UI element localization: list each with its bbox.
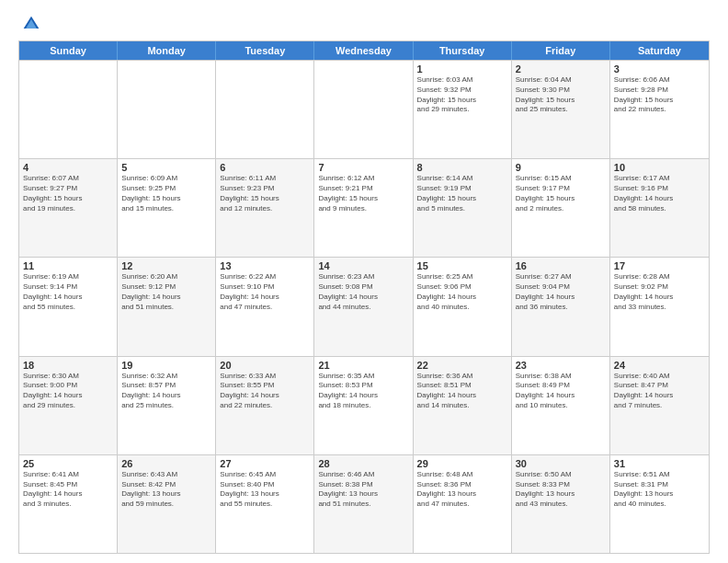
- day-info: Sunrise: 6:41 AM Sunset: 8:45 PM Dayligh…: [23, 470, 113, 510]
- day-info: Sunrise: 6:46 AM Sunset: 8:38 PM Dayligh…: [318, 470, 408, 510]
- page: SundayMondayTuesdayWednesdayThursdayFrid…: [0, 0, 728, 563]
- day-number: 25: [23, 458, 113, 469]
- header-day-friday: Friday: [512, 41, 610, 60]
- header-day-wednesday: Wednesday: [314, 41, 413, 60]
- header-day-sunday: Sunday: [19, 41, 118, 60]
- day-number: 26: [121, 458, 211, 469]
- calendar-cell-2-1: 12Sunrise: 6:20 AM Sunset: 9:12 PM Dayli…: [118, 258, 216, 355]
- calendar-cell-3-2: 20Sunrise: 6:33 AM Sunset: 8:55 PM Dayli…: [216, 357, 314, 454]
- calendar-cell-0-1: [118, 61, 216, 158]
- calendar-cell-4-5: 30Sunrise: 6:50 AM Sunset: 8:33 PM Dayli…: [512, 455, 610, 553]
- calendar-cell-3-3: 21Sunrise: 6:35 AM Sunset: 8:53 PM Dayli…: [314, 357, 413, 454]
- day-info: Sunrise: 6:06 AM Sunset: 9:28 PM Dayligh…: [614, 75, 705, 115]
- day-number: 12: [121, 260, 211, 271]
- day-number: 30: [516, 458, 606, 469]
- calendar-cell-4-3: 28Sunrise: 6:46 AM Sunset: 8:38 PM Dayli…: [314, 455, 413, 553]
- calendar-cell-4-6: 31Sunrise: 6:51 AM Sunset: 8:31 PM Dayli…: [610, 455, 709, 553]
- calendar-row-3: 18Sunrise: 6:30 AM Sunset: 9:00 PM Dayli…: [19, 356, 709, 454]
- day-number: 18: [23, 360, 113, 371]
- calendar-cell-2-6: 17Sunrise: 6:28 AM Sunset: 9:02 PM Dayli…: [610, 258, 709, 355]
- day-info: Sunrise: 6:45 AM Sunset: 8:40 PM Dayligh…: [220, 470, 310, 510]
- day-info: Sunrise: 6:43 AM Sunset: 8:42 PM Dayligh…: [121, 470, 211, 510]
- day-info: Sunrise: 6:38 AM Sunset: 8:49 PM Dayligh…: [516, 372, 606, 411]
- calendar-cell-1-4: 8Sunrise: 6:14 AM Sunset: 9:19 PM Daylig…: [414, 159, 512, 257]
- calendar-body: 1Sunrise: 6:03 AM Sunset: 9:32 PM Daylig…: [19, 60, 709, 553]
- calendar-cell-4-0: 25Sunrise: 6:41 AM Sunset: 8:45 PM Dayli…: [19, 455, 118, 553]
- day-info: Sunrise: 6:19 AM Sunset: 9:14 PM Dayligh…: [23, 272, 113, 312]
- header-day-monday: Monday: [118, 41, 216, 60]
- calendar-cell-1-0: 4Sunrise: 6:07 AM Sunset: 9:27 PM Daylig…: [19, 159, 118, 257]
- calendar-cell-1-5: 9Sunrise: 6:15 AM Sunset: 9:17 PM Daylig…: [512, 159, 610, 257]
- calendar-cell-0-6: 3Sunrise: 6:06 AM Sunset: 9:28 PM Daylig…: [610, 61, 709, 158]
- calendar-cell-4-4: 29Sunrise: 6:48 AM Sunset: 8:36 PM Dayli…: [414, 455, 512, 553]
- day-number: 22: [417, 360, 507, 371]
- header-day-thursday: Thursday: [414, 41, 512, 60]
- calendar-cell-1-3: 7Sunrise: 6:12 AM Sunset: 9:21 PM Daylig…: [314, 159, 413, 257]
- day-number: 11: [23, 260, 113, 271]
- logo: [18, 15, 40, 33]
- day-info: Sunrise: 6:30 AM Sunset: 9:00 PM Dayligh…: [23, 372, 113, 411]
- day-info: Sunrise: 6:12 AM Sunset: 9:21 PM Dayligh…: [318, 174, 408, 213]
- day-info: Sunrise: 6:50 AM Sunset: 8:33 PM Dayligh…: [516, 470, 606, 510]
- calendar-cell-0-4: 1Sunrise: 6:03 AM Sunset: 9:32 PM Daylig…: [414, 61, 512, 158]
- day-number: 3: [614, 63, 705, 75]
- day-number: 13: [220, 260, 310, 271]
- calendar-cell-1-6: 10Sunrise: 6:17 AM Sunset: 9:16 PM Dayli…: [610, 159, 709, 257]
- calendar-cell-2-4: 15Sunrise: 6:25 AM Sunset: 9:06 PM Dayli…: [414, 258, 512, 355]
- calendar-cell-3-1: 19Sunrise: 6:32 AM Sunset: 8:57 PM Dayli…: [118, 357, 216, 454]
- day-info: Sunrise: 6:32 AM Sunset: 8:57 PM Dayligh…: [121, 372, 211, 411]
- day-number: 23: [516, 360, 606, 371]
- calendar-row-2: 11Sunrise: 6:19 AM Sunset: 9:14 PM Dayli…: [19, 257, 709, 355]
- calendar-cell-3-6: 24Sunrise: 6:40 AM Sunset: 8:47 PM Dayli…: [610, 357, 709, 454]
- day-info: Sunrise: 6:40 AM Sunset: 8:47 PM Dayligh…: [614, 372, 705, 411]
- calendar-cell-0-2: [216, 61, 314, 158]
- header: [18, 15, 710, 33]
- day-number: 21: [318, 360, 408, 371]
- day-number: 4: [23, 162, 113, 173]
- calendar-cell-2-3: 14Sunrise: 6:23 AM Sunset: 9:08 PM Dayli…: [314, 258, 413, 355]
- day-number: 8: [417, 162, 507, 173]
- day-number: 5: [121, 162, 211, 173]
- calendar-cell-4-2: 27Sunrise: 6:45 AM Sunset: 8:40 PM Dayli…: [216, 455, 314, 553]
- day-info: Sunrise: 6:25 AM Sunset: 9:06 PM Dayligh…: [417, 272, 507, 312]
- day-info: Sunrise: 6:36 AM Sunset: 8:51 PM Dayligh…: [417, 372, 507, 411]
- day-info: Sunrise: 6:11 AM Sunset: 9:23 PM Dayligh…: [220, 174, 310, 213]
- day-number: 9: [516, 162, 606, 173]
- day-number: 19: [121, 360, 211, 371]
- calendar-cell-0-3: [314, 61, 413, 158]
- day-number: 20: [220, 360, 310, 371]
- logo-icon: [22, 15, 40, 33]
- header-day-saturday: Saturday: [610, 41, 709, 60]
- calendar-cell-0-5: 2Sunrise: 6:04 AM Sunset: 9:30 PM Daylig…: [512, 61, 610, 158]
- day-number: 28: [318, 458, 408, 469]
- day-number: 27: [220, 458, 310, 469]
- day-info: Sunrise: 6:03 AM Sunset: 9:32 PM Dayligh…: [417, 75, 507, 115]
- day-info: Sunrise: 6:20 AM Sunset: 9:12 PM Dayligh…: [121, 272, 211, 312]
- day-info: Sunrise: 6:48 AM Sunset: 8:36 PM Dayligh…: [417, 470, 507, 510]
- calendar-cell-2-2: 13Sunrise: 6:22 AM Sunset: 9:10 PM Dayli…: [216, 258, 314, 355]
- calendar-cell-3-5: 23Sunrise: 6:38 AM Sunset: 8:49 PM Dayli…: [512, 357, 610, 454]
- day-number: 7: [318, 162, 408, 173]
- day-info: Sunrise: 6:17 AM Sunset: 9:16 PM Dayligh…: [614, 174, 705, 213]
- calendar-cell-2-0: 11Sunrise: 6:19 AM Sunset: 9:14 PM Dayli…: [19, 258, 118, 355]
- day-number: 16: [516, 260, 606, 271]
- day-number: 24: [614, 360, 705, 371]
- day-info: Sunrise: 6:28 AM Sunset: 9:02 PM Dayligh…: [614, 272, 705, 312]
- calendar-row-1: 4Sunrise: 6:07 AM Sunset: 9:27 PM Daylig…: [19, 158, 709, 257]
- calendar-row-4: 25Sunrise: 6:41 AM Sunset: 8:45 PM Dayli…: [19, 454, 709, 553]
- calendar-cell-3-4: 22Sunrise: 6:36 AM Sunset: 8:51 PM Dayli…: [414, 357, 512, 454]
- calendar-cell-4-1: 26Sunrise: 6:43 AM Sunset: 8:42 PM Dayli…: [118, 455, 216, 553]
- day-info: Sunrise: 6:33 AM Sunset: 8:55 PM Dayligh…: [220, 372, 310, 411]
- day-number: 29: [417, 458, 507, 469]
- day-number: 15: [417, 260, 507, 271]
- day-number: 17: [614, 260, 705, 271]
- day-info: Sunrise: 6:22 AM Sunset: 9:10 PM Dayligh…: [220, 272, 310, 312]
- day-info: Sunrise: 6:23 AM Sunset: 9:08 PM Dayligh…: [318, 272, 408, 312]
- calendar-cell-3-0: 18Sunrise: 6:30 AM Sunset: 9:00 PM Dayli…: [19, 357, 118, 454]
- day-info: Sunrise: 6:27 AM Sunset: 9:04 PM Dayligh…: [516, 272, 606, 312]
- day-number: 1: [417, 63, 507, 75]
- day-info: Sunrise: 6:35 AM Sunset: 8:53 PM Dayligh…: [318, 372, 408, 411]
- day-info: Sunrise: 6:15 AM Sunset: 9:17 PM Dayligh…: [516, 174, 606, 213]
- calendar-cell-1-2: 6Sunrise: 6:11 AM Sunset: 9:23 PM Daylig…: [216, 159, 314, 257]
- header-day-tuesday: Tuesday: [216, 41, 314, 60]
